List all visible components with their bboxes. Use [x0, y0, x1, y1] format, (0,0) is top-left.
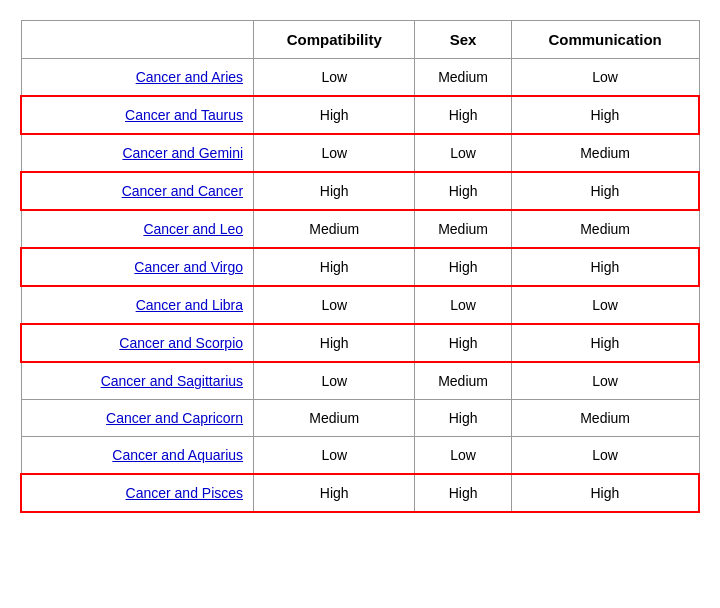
- pair-link[interactable]: Cancer and Aquarius: [112, 447, 243, 463]
- communication-cell: High: [511, 324, 699, 362]
- pair-link[interactable]: Cancer and Libra: [136, 297, 243, 313]
- pair-link[interactable]: Cancer and Scorpio: [119, 335, 243, 351]
- sex-cell: High: [415, 400, 511, 437]
- pair-link[interactable]: Cancer and Leo: [143, 221, 243, 237]
- compatibility-cell: Low: [254, 437, 415, 475]
- table-row: Cancer and GeminiLowLowMedium: [21, 134, 699, 172]
- sex-cell: Low: [415, 437, 511, 475]
- communication-cell: Low: [511, 286, 699, 324]
- communication-cell: Low: [511, 437, 699, 475]
- compatibility-cell: High: [254, 324, 415, 362]
- communication-cell: Low: [511, 59, 699, 97]
- sex-cell: Medium: [415, 362, 511, 400]
- pair-link[interactable]: Cancer and Taurus: [125, 107, 243, 123]
- pair-cell: Cancer and Cancer: [21, 172, 254, 210]
- compatibility-cell: Low: [254, 362, 415, 400]
- pair-cell: Cancer and Aquarius: [21, 437, 254, 475]
- header-communication: Communication: [511, 21, 699, 59]
- communication-cell: High: [511, 474, 699, 512]
- pair-link[interactable]: Cancer and Capricorn: [106, 410, 243, 426]
- compatibility-cell: High: [254, 172, 415, 210]
- pair-cell: Cancer and Gemini: [21, 134, 254, 172]
- pair-cell: Cancer and Capricorn: [21, 400, 254, 437]
- compatibility-cell: Medium: [254, 210, 415, 248]
- sex-cell: Medium: [415, 59, 511, 97]
- header-row: Compatibility Sex Communication: [21, 21, 699, 59]
- table-row: Cancer and LibraLowLowLow: [21, 286, 699, 324]
- compatibility-cell: High: [254, 96, 415, 134]
- pair-cell: Cancer and Scorpio: [21, 324, 254, 362]
- sex-cell: Low: [415, 134, 511, 172]
- pair-cell: Cancer and Taurus: [21, 96, 254, 134]
- pair-cell: Cancer and Pisces: [21, 474, 254, 512]
- header-pair: [21, 21, 254, 59]
- pair-link[interactable]: Cancer and Sagittarius: [101, 373, 243, 389]
- table-row: Cancer and VirgoHighHighHigh: [21, 248, 699, 286]
- pair-cell: Cancer and Libra: [21, 286, 254, 324]
- pair-link[interactable]: Cancer and Virgo: [134, 259, 243, 275]
- communication-cell: Medium: [511, 400, 699, 437]
- table-row: Cancer and SagittariusLowMediumLow: [21, 362, 699, 400]
- table-row: Cancer and CancerHighHighHigh: [21, 172, 699, 210]
- header-compatibility: Compatibility: [254, 21, 415, 59]
- pair-link[interactable]: Cancer and Gemini: [122, 145, 243, 161]
- sex-cell: High: [415, 172, 511, 210]
- sex-cell: High: [415, 474, 511, 512]
- compatibility-cell: High: [254, 474, 415, 512]
- header-sex: Sex: [415, 21, 511, 59]
- compatibility-cell: Low: [254, 134, 415, 172]
- table-row: Cancer and PiscesHighHighHigh: [21, 474, 699, 512]
- compatibility-table-container: Compatibility Sex Communication Cancer a…: [20, 20, 700, 513]
- table-row: Cancer and AriesLowMediumLow: [21, 59, 699, 97]
- sex-cell: Medium: [415, 210, 511, 248]
- table-row: Cancer and ScorpioHighHighHigh: [21, 324, 699, 362]
- pair-link[interactable]: Cancer and Cancer: [122, 183, 243, 199]
- communication-cell: High: [511, 248, 699, 286]
- compatibility-cell: High: [254, 248, 415, 286]
- compatibility-cell: Low: [254, 59, 415, 97]
- pair-cell: Cancer and Leo: [21, 210, 254, 248]
- compatibility-table: Compatibility Sex Communication Cancer a…: [20, 20, 700, 513]
- sex-cell: High: [415, 248, 511, 286]
- pair-cell: Cancer and Sagittarius: [21, 362, 254, 400]
- pair-link[interactable]: Cancer and Aries: [136, 69, 243, 85]
- table-row: Cancer and TaurusHighHighHigh: [21, 96, 699, 134]
- communication-cell: High: [511, 96, 699, 134]
- communication-cell: Low: [511, 362, 699, 400]
- table-row: Cancer and CapricornMediumHighMedium: [21, 400, 699, 437]
- communication-cell: High: [511, 172, 699, 210]
- communication-cell: Medium: [511, 210, 699, 248]
- table-row: Cancer and LeoMediumMediumMedium: [21, 210, 699, 248]
- table-row: Cancer and AquariusLowLowLow: [21, 437, 699, 475]
- communication-cell: Medium: [511, 134, 699, 172]
- sex-cell: Low: [415, 286, 511, 324]
- pair-link[interactable]: Cancer and Pisces: [126, 485, 244, 501]
- sex-cell: High: [415, 96, 511, 134]
- pair-cell: Cancer and Virgo: [21, 248, 254, 286]
- pair-cell: Cancer and Aries: [21, 59, 254, 97]
- compatibility-cell: Medium: [254, 400, 415, 437]
- compatibility-cell: Low: [254, 286, 415, 324]
- sex-cell: High: [415, 324, 511, 362]
